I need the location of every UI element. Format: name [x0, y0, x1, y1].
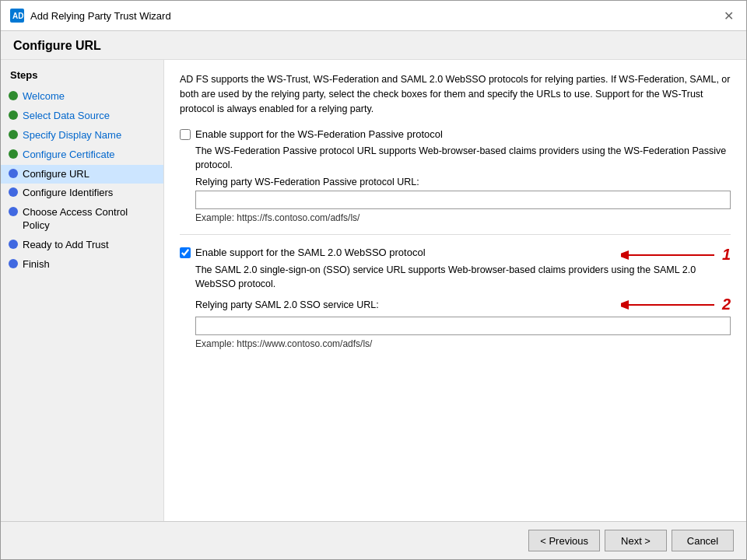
- dot-icon-finish: [9, 259, 18, 268]
- sidebar-item-select-data-source[interactable]: Select Data Source: [1, 107, 163, 126]
- sidebar-label-access: Choose Access Control Policy: [23, 206, 154, 233]
- arrow-1-svg: [621, 247, 722, 263]
- main-description: AD FS supports the WS-Trust, WS-Federati…: [180, 72, 731, 116]
- dot-icon-access: [9, 207, 18, 216]
- ws-federation-section: Enable support for the WS-Federation Pas…: [180, 128, 731, 223]
- cancel-button[interactable]: Cancel: [672, 530, 734, 551]
- footer: < Previous Next > Cancel: [1, 521, 746, 559]
- ws-federation-url-input[interactable]: [195, 191, 731, 209]
- ws-federation-field-label: Relying party WS-Federation Passive prot…: [195, 177, 731, 187]
- annotation-1-container: 1: [621, 246, 731, 264]
- sidebar-item-access-control: Choose Access Control Policy: [1, 203, 163, 236]
- sidebar-item-specify-display-name[interactable]: Specify Display Name: [1, 126, 163, 145]
- main-content: AD FS supports the WS-Trust, WS-Federati…: [164, 60, 746, 521]
- sidebar-label-display-name: Specify Display Name: [23, 129, 121, 142]
- content-area: Steps Welcome Select Data Source Specify…: [1, 60, 746, 521]
- annotation-2-container: 2: [621, 296, 731, 313]
- title-bar: AD Add Relying Party Trust Wizard ✕: [1, 1, 746, 31]
- annotation-number-2: 2: [722, 296, 731, 313]
- sidebar-title: Steps: [1, 69, 163, 87]
- saml-url-input[interactable]: [195, 317, 731, 335]
- sidebar-label-finish: Finish: [23, 258, 50, 271]
- ws-federation-checkbox-row: Enable support for the WS-Federation Pas…: [180, 128, 731, 140]
- svg-text:AD: AD: [12, 12, 23, 20]
- sidebar-label-identifiers: Configure Identifiers: [23, 187, 113, 200]
- sidebar-item-configure-certificate[interactable]: Configure Certificate: [1, 145, 163, 165]
- saml-checkbox[interactable]: [180, 247, 191, 258]
- close-button[interactable]: ✕: [720, 7, 737, 24]
- dot-icon-select-data: [9, 110, 18, 120]
- saml-checkbox-annotation-row: Enable support for the SAML 2.0 WebSSO p…: [180, 246, 731, 264]
- sidebar-item-configure-identifiers: Configure Identifiers: [1, 184, 163, 203]
- ws-federation-label: Enable support for the WS-Federation Pas…: [195, 128, 443, 140]
- ws-federation-description: The WS-Federation Passive protocol URL s…: [195, 145, 731, 172]
- sidebar-label-select-data: Select Data Source: [23, 110, 110, 123]
- sidebar-item-finish: Finish: [1, 255, 163, 275]
- sidebar-label-welcome: Welcome: [23, 90, 65, 103]
- sidebar-label-cert: Configure Certificate: [23, 149, 115, 162]
- dialog-window: AD Add Relying Party Trust Wizard ✕ Conf…: [0, 0, 747, 560]
- saml-field-label-annotation-row: Relying party SAML 2.0 SSO service URL: …: [180, 296, 731, 313]
- previous-button[interactable]: < Previous: [528, 530, 600, 551]
- saml-checkbox-row: Enable support for the SAML 2.0 WebSSO p…: [180, 247, 613, 258]
- dot-icon-identifiers: [9, 187, 18, 197]
- sidebar-label-url: Configure URL: [23, 168, 89, 181]
- title-bar-text: Add Relying Party Trust Wizard: [30, 10, 171, 22]
- saml-description: The SAML 2.0 single-sign-on (SSO) servic…: [195, 264, 731, 291]
- sidebar-item-configure-url: Configure URL: [1, 165, 163, 184]
- sidebar-item-ready-to-add: Ready to Add Trust: [1, 236, 163, 255]
- dot-icon-url: [9, 169, 18, 178]
- next-button[interactable]: Next >: [605, 530, 667, 551]
- ws-federation-example: Example: https://fs.contoso.com/adfs/ls/: [195, 212, 731, 223]
- saml-section: Enable support for the SAML 2.0 WebSSO p…: [180, 246, 731, 349]
- section-divider: [180, 234, 731, 235]
- wizard-icon: AD: [10, 9, 24, 23]
- sidebar: Steps Welcome Select Data Source Specify…: [1, 60, 164, 521]
- dot-icon-display-name: [9, 130, 18, 139]
- title-bar-left: AD Add Relying Party Trust Wizard: [10, 9, 171, 23]
- saml-example: Example: https://www.contoso.com/adfs/ls…: [195, 338, 731, 349]
- dot-icon-ready: [9, 240, 18, 249]
- ws-federation-checkbox[interactable]: [180, 129, 191, 140]
- annotation-number-1: 1: [722, 246, 731, 264]
- page-title: Configure URL: [1, 31, 746, 60]
- dot-icon-cert: [9, 149, 18, 159]
- dot-icon-welcome: [9, 91, 18, 100]
- arrow-2-svg: [621, 297, 722, 313]
- saml-checkbox-label: Enable support for the SAML 2.0 WebSSO p…: [195, 247, 426, 258]
- sidebar-label-ready: Ready to Add Trust: [23, 239, 109, 252]
- saml-field-label: Relying party SAML 2.0 SSO service URL:: [195, 299, 613, 310]
- sidebar-item-welcome[interactable]: Welcome: [1, 87, 163, 107]
